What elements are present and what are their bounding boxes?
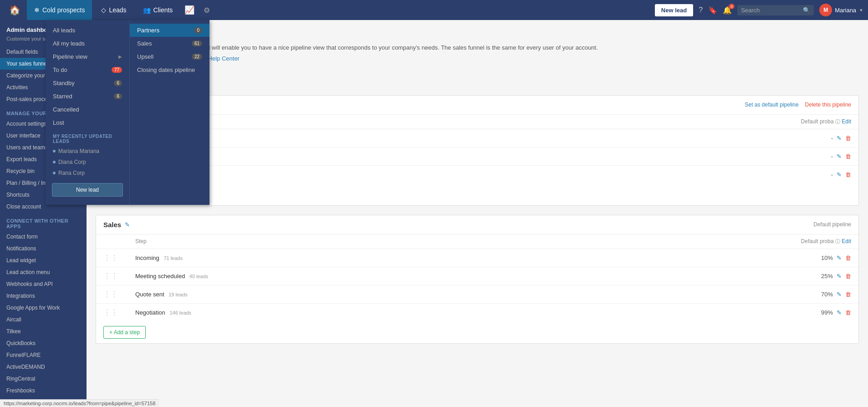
upsell-badge: 22 <box>192 54 202 60</box>
step-delete-icon[interactable]: 🗑 <box>845 171 851 178</box>
partners-badge: 0 <box>194 27 202 33</box>
step-prob: 10% <box>821 254 833 261</box>
dd-item-todo[interactable]: To do 77 <box>46 63 129 76</box>
dd-item-standby[interactable]: Standby 6 <box>46 76 129 90</box>
pipeline-sales-edit-icon[interactable]: ✎ <box>125 221 130 228</box>
help-icon[interactable]: ? <box>699 6 703 14</box>
th-drag-sales <box>96 234 128 249</box>
tab-leads[interactable]: ◇ Leads <box>94 0 133 20</box>
starred-badge: 6 <box>114 93 122 99</box>
tab-clients[interactable]: 👥 Clients <box>136 0 180 20</box>
drag-handle[interactable]: ⋮⋮ <box>103 309 121 316</box>
dd-recent-lead-2[interactable]: Rana Corp <box>46 168 129 178</box>
dd-item-starred[interactable]: Starred 6 <box>46 90 129 103</box>
home-icon[interactable]: 🏠 <box>5 5 25 15</box>
step-edit-icon[interactable]: ✎ <box>837 273 842 280</box>
pipeline-partners: Partners ✎ Set as default pipeline Delet… <box>96 95 859 206</box>
notifications-icon[interactable]: 🔔4 <box>723 6 732 15</box>
page-links: Find out more in 🎓 Our Academy ● The Hel… <box>96 55 859 62</box>
bookmark-icon[interactable]: 🔖 <box>708 6 717 15</box>
lead-dot <box>53 150 56 153</box>
step-delete-icon[interactable]: 🗑 <box>845 153 851 160</box>
pipeline-sales-default-badge: Default pipeline <box>813 221 851 228</box>
dd-item-lost[interactable]: Lost <box>46 116 129 129</box>
pipeline-partners-set-default[interactable]: Set as default pipeline <box>745 102 799 108</box>
pipeline-partners-delete[interactable]: Delete this pipeline <box>805 102 851 108</box>
sidebar-activities-label: Activities <box>6 84 28 91</box>
dd-item-all-my-leads[interactable]: All my leads <box>46 37 129 50</box>
tab-clients-label: Clients <box>153 6 173 14</box>
step-count: 40 leads <box>189 274 209 279</box>
step-name: Negotiation <box>135 309 165 316</box>
user-name: Mariana <box>835 7 856 14</box>
th-edit-link-sales[interactable]: Edit <box>842 238 851 244</box>
drag-handle[interactable]: ⋮⋮ <box>103 272 121 280</box>
table-row: ⋮⋮ Incoming 71 leads 10% ✎ 🗑 <box>96 249 858 267</box>
dropdown-new-lead-button[interactable]: New lead <box>52 183 123 197</box>
tab-cold-prospects[interactable]: ❄ Cold prospects <box>27 0 92 20</box>
page-title: Define your sales steps <box>96 29 859 40</box>
step-edit-icon[interactable]: ✎ <box>837 254 842 261</box>
step-delete-icon[interactable]: 🗑 <box>845 135 851 142</box>
new-lead-button[interactable]: New lead <box>655 4 693 16</box>
th-prob-partners: Default proba ⓘ Edit <box>486 115 858 129</box>
dd-recent-lead-1[interactable]: Diana Corp <box>46 157 129 168</box>
dd-item-cancelled[interactable]: Cancelled <box>46 103 129 116</box>
table-row: ⋮⋮ Contacted 0 leads - ✎ 🗑 <box>96 129 858 147</box>
table-row: ⋮⋮ Quote sent 19 leads 70% ✎ 🗑 <box>96 285 858 303</box>
step-count: 71 leads <box>163 255 183 261</box>
dd-pipeline-partners[interactable]: Partners 0 <box>130 24 209 37</box>
dd-pipeline-sales[interactable]: Sales 61 <box>130 37 209 50</box>
drag-handle[interactable]: ⋮⋮ <box>103 254 121 262</box>
step-delete-icon[interactable]: 🗑 <box>845 273 851 280</box>
user-menu[interactable]: M Mariana ▼ <box>819 4 863 16</box>
sidebar-item-contact-form[interactable]: Contact form <box>0 231 87 243</box>
sidebar-item-ringcentral[interactable]: RingCentral <box>0 373 87 385</box>
sidebar-item-activedemand[interactable]: ActiveDEMAND <box>0 361 87 373</box>
search-icon: 🔍 <box>803 7 810 14</box>
add-step-sales-button[interactable]: + Add a step <box>103 326 146 339</box>
th-edit-link-partners[interactable]: Edit <box>842 118 851 125</box>
sidebar-item-aircall[interactable]: Aircall <box>0 314 87 326</box>
settings-icon[interactable]: ⚙ <box>199 6 214 15</box>
table-row: ⋮⋮ In process 0 leads - ✎ 🗑 <box>96 147 858 165</box>
pipeline-sales-name: Sales <box>103 221 121 229</box>
step-prob: 99% <box>821 309 833 316</box>
step-delete-icon[interactable]: 🗑 <box>845 254 851 261</box>
step-name: Incoming <box>135 254 159 261</box>
dd-item-pipeline-view[interactable]: Pipeline view ▶ <box>46 50 129 63</box>
step-edit-icon[interactable]: ✎ <box>837 153 842 160</box>
sidebar-item-webhooks[interactable]: Webhooks and API <box>0 278 87 290</box>
sidebar-item-funnelflare[interactable]: FunnelFLARE <box>0 349 87 361</box>
step-delete-icon[interactable]: 🗑 <box>845 309 851 316</box>
sidebar-item-lead-widget[interactable]: Lead widget <box>0 254 87 266</box>
sidebar-item-integrations[interactable]: Integrations <box>0 290 87 302</box>
step-edit-icon[interactable]: ✎ <box>837 309 842 316</box>
sidebar-item-notifications[interactable]: Notifications <box>0 243 87 254</box>
sidebar-item-google-apps[interactable]: Google Apps for Work <box>0 302 87 314</box>
search-box[interactable]: 🔍 <box>737 5 814 15</box>
prob-help-icon-partners[interactable]: ⓘ <box>835 119 840 124</box>
sidebar-item-tilkee[interactable]: Tilkee <box>0 326 87 337</box>
search-input[interactable] <box>741 7 800 14</box>
sidebar-default-fields-label: Default fields <box>6 49 38 55</box>
pipeline-sales: Sales ✎ Default pipeline Step Default pr… <box>96 215 859 344</box>
drag-handle[interactable]: ⋮⋮ <box>103 290 121 298</box>
dd-recent-lead-0[interactable]: Mariana Mariana <box>46 146 129 157</box>
dd-pipeline-upsell[interactable]: Upsell 22 <box>130 50 209 63</box>
step-delete-icon[interactable]: 🗑 <box>845 291 851 298</box>
prob-help-icon-sales[interactable]: ⓘ <box>835 239 840 244</box>
step-edit-icon[interactable]: ✎ <box>837 171 842 178</box>
step-count: 146 leads <box>169 310 191 315</box>
leads-icon: ◇ <box>101 6 106 14</box>
sidebar-sales-funnel-label: Your sales funnel <box>6 61 48 67</box>
step-edit-icon[interactable]: ✎ <box>837 291 842 298</box>
step-edit-icon[interactable]: ✎ <box>837 135 842 142</box>
sidebar-item-freshbooks[interactable]: Freshbooks <box>0 385 87 397</box>
dd-pipeline-closing[interactable]: Closing dates pipeline <box>130 63 209 76</box>
sidebar-item-quickbooks[interactable]: QuickBooks <box>0 337 87 349</box>
th-prob-sales: Default proba ⓘ Edit <box>548 234 858 249</box>
sidebar-item-lead-action-menu[interactable]: Lead action menu <box>0 266 87 278</box>
dd-item-all-leads[interactable]: All leads <box>46 24 129 37</box>
chart-icon[interactable]: 📈 <box>182 5 197 15</box>
